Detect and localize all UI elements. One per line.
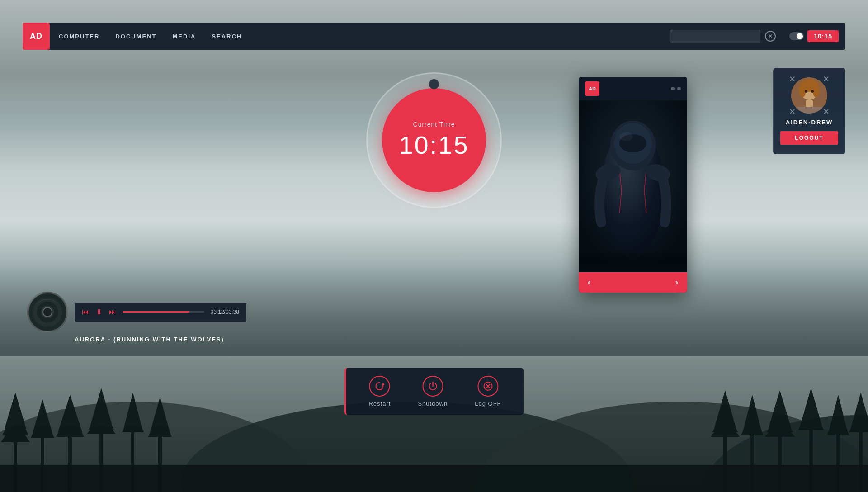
svg-point-64 bbox=[799, 83, 806, 97]
nav-time-display: 10:15 bbox=[807, 30, 839, 42]
logo-text: AD bbox=[30, 32, 42, 41]
player-row: ⏮ ⏸ ⏭ 03:12/03:38 bbox=[27, 292, 246, 332]
media-dot-1 bbox=[671, 87, 675, 90]
navbar: AD COMPUTER DOCUMENT MEDIA SEARCH ✕ 10:1… bbox=[23, 23, 845, 50]
user-avatar bbox=[791, 77, 827, 114]
logoff-label: Log OFF bbox=[475, 400, 501, 407]
media-viewer-header: AD bbox=[579, 77, 687, 100]
nav-media[interactable]: MEDIA bbox=[173, 33, 196, 40]
media-content-image bbox=[579, 100, 687, 272]
time-display: 03:12/03:38 bbox=[211, 309, 239, 315]
svg-point-50 bbox=[44, 309, 51, 316]
restart-icon bbox=[369, 376, 390, 397]
user-card: ✕ ✕ ✕ ✕ bbox=[773, 68, 845, 154]
media-dot-2 bbox=[677, 87, 681, 90]
svg-point-68 bbox=[805, 90, 807, 93]
album-art bbox=[27, 292, 68, 332]
time-toggle[interactable] bbox=[789, 32, 804, 40]
power-controls: Restart Shutdown Log OFF bbox=[344, 368, 524, 415]
music-player: ⏮ ⏸ ⏭ 03:12/03:38 AURORA - (RUNNING WITH… bbox=[27, 292, 246, 343]
player-controls-wrap: ⏮ ⏸ ⏭ 03:12/03:38 bbox=[75, 303, 246, 322]
svg-point-59 bbox=[619, 132, 633, 141]
corner-mark-tr: ✕ bbox=[823, 75, 830, 83]
shutdown-svg-icon bbox=[427, 381, 438, 392]
rewind-button[interactable]: ⏮ bbox=[82, 308, 89, 316]
forward-button[interactable]: ⏭ bbox=[109, 308, 116, 316]
media-logo-text: AD bbox=[589, 86, 596, 91]
svg-point-69 bbox=[811, 90, 814, 93]
clock-indicator-dot bbox=[429, 79, 439, 89]
svg-point-65 bbox=[812, 83, 820, 97]
media-viewer-logo: AD bbox=[585, 81, 599, 96]
shutdown-item[interactable]: Shutdown bbox=[418, 376, 448, 407]
nav-search[interactable]: SEARCH bbox=[212, 33, 242, 40]
nav-computer[interactable]: COMPUTER bbox=[59, 33, 99, 40]
logout-button[interactable]: LOGOUT bbox=[780, 131, 838, 145]
restart-svg-icon bbox=[374, 381, 385, 392]
clock-widget: Current Time 10:15 bbox=[366, 72, 502, 208]
shutdown-icon bbox=[422, 376, 443, 397]
vinyl-record-icon bbox=[28, 292, 66, 332]
svg-rect-60 bbox=[579, 218, 687, 272]
nav-links: COMPUTER DOCUMENT MEDIA SEARCH bbox=[59, 33, 670, 40]
pause-button[interactable]: ⏸ bbox=[95, 308, 103, 316]
clock-outer-ring: Current Time 10:15 bbox=[366, 72, 502, 208]
media-nav: ‹ › bbox=[579, 272, 687, 293]
player-controls: ⏮ ⏸ ⏭ 03:12/03:38 bbox=[75, 303, 246, 322]
user-avatar-wrap: ✕ ✕ ✕ ✕ bbox=[791, 77, 827, 114]
media-next-button[interactable]: › bbox=[675, 278, 678, 287]
avatar-image bbox=[791, 77, 827, 114]
nav-search-area: ✕ bbox=[670, 30, 776, 43]
svg-point-51 bbox=[46, 310, 49, 313]
restart-label: Restart bbox=[368, 400, 391, 407]
corner-mark-bl: ✕ bbox=[789, 108, 796, 116]
logoff-svg-icon bbox=[482, 381, 493, 392]
search-clear-button[interactable]: ✕ bbox=[765, 31, 776, 42]
corner-mark-br: ✕ bbox=[823, 108, 830, 116]
shutdown-label: Shutdown bbox=[418, 400, 448, 407]
username: AIDEN-DREW bbox=[786, 119, 833, 126]
progress-fill bbox=[123, 311, 189, 313]
media-prev-button[interactable]: ‹ bbox=[588, 278, 590, 287]
svg-point-49 bbox=[41, 306, 54, 318]
media-viewer: AD bbox=[579, 77, 687, 293]
clock-label: Current Time bbox=[413, 121, 455, 128]
track-title: AURORA - (RUNNING WITH THE WOLVES) bbox=[27, 336, 224, 343]
logoff-item[interactable]: Log OFF bbox=[475, 376, 501, 407]
clock-time: 10:15 bbox=[399, 130, 469, 160]
restart-item[interactable]: Restart bbox=[368, 376, 391, 407]
svg-point-48 bbox=[37, 302, 58, 323]
media-image bbox=[579, 100, 687, 272]
svg-rect-67 bbox=[796, 107, 823, 114]
search-input[interactable] bbox=[670, 30, 760, 43]
nav-time-area: 10:15 bbox=[789, 30, 839, 42]
progress-bar[interactable] bbox=[123, 311, 204, 313]
media-dots bbox=[671, 87, 681, 90]
logoff-icon bbox=[477, 376, 498, 397]
nav-logo[interactable]: AD bbox=[23, 23, 50, 50]
nav-document[interactable]: DOCUMENT bbox=[115, 33, 156, 40]
clock-face: Current Time 10:15 bbox=[382, 88, 486, 192]
corner-mark-tl: ✕ bbox=[789, 75, 796, 83]
